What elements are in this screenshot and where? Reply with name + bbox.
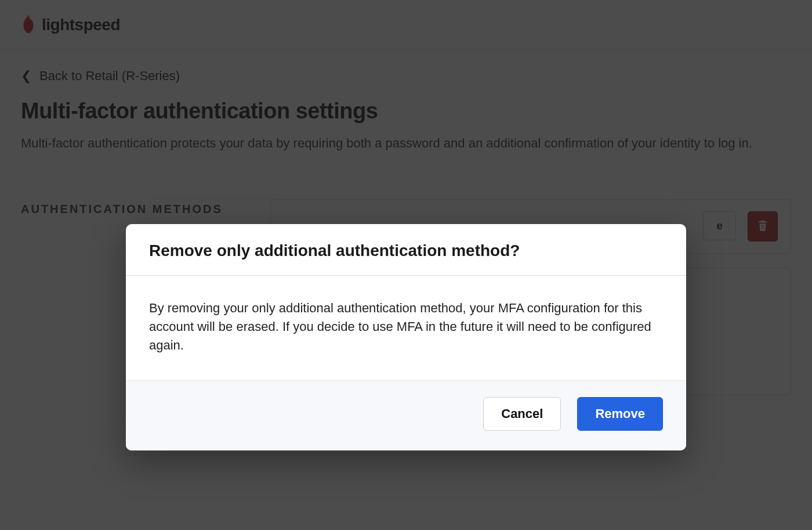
modal-title: Remove only additional authentication me…	[149, 241, 663, 260]
modal-overlay[interactable]: Remove only additional authentication me…	[0, 0, 812, 530]
cancel-button[interactable]: Cancel	[483, 397, 561, 431]
confirm-remove-modal: Remove only additional authentication me…	[126, 224, 686, 450]
remove-button[interactable]: Remove	[577, 397, 663, 431]
modal-header: Remove only additional authentication me…	[126, 224, 686, 276]
modal-footer: Cancel Remove	[126, 381, 686, 450]
modal-body: By removing your only additional authent…	[126, 276, 686, 381]
